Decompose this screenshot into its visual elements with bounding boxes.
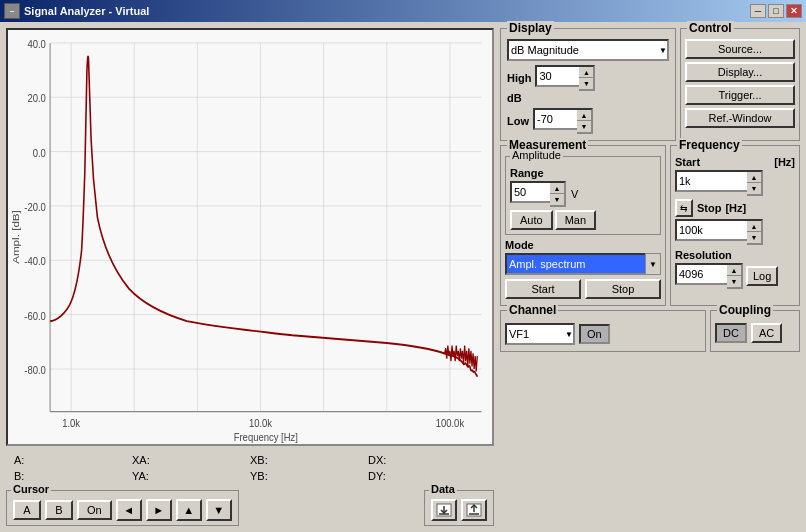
channel-on-button[interactable]: On — [579, 324, 610, 344]
resolution-row: ▲ ▼ Log — [675, 263, 795, 289]
start-spin-box: ▲ ▼ — [675, 170, 795, 196]
svg-text:0.0: 0.0 — [33, 146, 46, 159]
resolution-up-arrow[interactable]: ▲ — [727, 265, 741, 276]
start-up-arrow[interactable]: ▲ — [747, 172, 761, 183]
amplitude-unit: V — [571, 188, 578, 200]
range-label: Range — [510, 167, 656, 179]
cursor-up-button[interactable]: ▲ — [176, 499, 202, 521]
channel-row: VF1 VF2 VF3 ▼ On — [505, 323, 701, 345]
trigger-button[interactable]: Trigger... — [685, 85, 795, 105]
window-controls: ─ □ ✕ — [750, 4, 802, 18]
low-spin-group: Low ▲ ▼ — [507, 108, 669, 134]
man-button[interactable]: Man — [555, 210, 596, 230]
amplitude-up-arrow[interactable]: ▲ — [550, 183, 564, 194]
main-container: 40.0 20.0 0.0 -20.0 -40.0 -60.0 -80.0 1.… — [0, 22, 806, 532]
channel-select-wrapper: VF1 VF2 VF3 ▼ — [505, 323, 575, 345]
import-icon — [436, 503, 452, 517]
export-button[interactable] — [461, 499, 487, 521]
label-group-a: A: B: — [14, 452, 132, 484]
xb-label: XB: — [250, 452, 368, 468]
control-label: Control — [687, 21, 734, 35]
high-up-arrow[interactable]: ▲ — [579, 67, 593, 78]
hz-label: [Hz] — [774, 156, 795, 168]
data-frame: Data — [424, 490, 494, 526]
cursor-a-button[interactable]: A — [13, 500, 41, 520]
high-label: High — [507, 72, 531, 84]
start-freq-input[interactable] — [675, 170, 747, 192]
ref-window-button[interactable]: Ref.-Window — [685, 108, 795, 128]
start-down-arrow[interactable]: ▼ — [747, 183, 761, 194]
display-mode-wrapper: dB Magnitude Magnitude Phase ▼ — [507, 39, 669, 61]
freq-start-header: Start [Hz] — [675, 156, 795, 168]
low-down-arrow[interactable]: ▼ — [577, 121, 591, 132]
amplitude-input[interactable] — [510, 181, 550, 203]
stop-spin-arrows: ▲ ▼ — [747, 219, 763, 245]
low-input[interactable] — [533, 108, 577, 130]
control-section: Control Source... Display... Trigger... … — [680, 28, 800, 141]
log-button[interactable]: Log — [746, 266, 778, 286]
right-panel: Display dB Magnitude Magnitude Phase ▼ H… — [500, 28, 800, 526]
yb-label: YB: — [250, 468, 368, 484]
chart-area: 40.0 20.0 0.0 -20.0 -40.0 -60.0 -80.0 1.… — [6, 28, 494, 446]
resolution-spin-box: ▲ ▼ — [675, 263, 743, 289]
coupling-row: DC AC — [715, 323, 795, 343]
stop-up-arrow[interactable]: ▲ — [747, 221, 761, 232]
cursor-frame: Cursor A B On ◄ ► ▲ ▼ — [6, 490, 239, 526]
mode-select-wrapper: Ampl. spectrum Power spectrum FFT ▼ — [505, 253, 661, 275]
high-down-arrow[interactable]: ▼ — [579, 78, 593, 89]
cursor-down-button[interactable]: ▼ — [206, 499, 232, 521]
svg-text:10.0k: 10.0k — [249, 416, 273, 429]
stop-button[interactable]: Stop — [585, 279, 661, 299]
svg-text:-20.0: -20.0 — [24, 200, 46, 213]
minimize-button[interactable]: ─ — [750, 4, 766, 18]
range-row: ▲ ▼ V — [510, 181, 656, 207]
resolution-down-arrow[interactable]: ▼ — [727, 276, 741, 287]
resolution-input[interactable] — [675, 263, 727, 285]
mode-row: Ampl. spectrum Power spectrum FFT ▼ — [505, 253, 661, 275]
svg-text:-80.0: -80.0 — [24, 363, 46, 376]
dx-label: DX: — [368, 452, 486, 468]
channel-select[interactable]: VF1 VF2 VF3 — [505, 323, 575, 345]
cursor-b-button[interactable]: B — [45, 500, 73, 520]
amplitude-down-arrow[interactable]: ▼ — [550, 194, 564, 205]
dc-button[interactable]: DC — [715, 323, 747, 343]
stop-spin-box: ▲ ▼ — [675, 219, 795, 245]
start-label: Start — [675, 156, 700, 168]
display-section: Display dB Magnitude Magnitude Phase ▼ H… — [500, 28, 676, 141]
start-button[interactable]: Start — [505, 279, 581, 299]
ac-button[interactable]: AC — [751, 323, 782, 343]
mode-label: Mode — [505, 239, 661, 251]
resolution-label: Resolution — [675, 249, 795, 261]
svg-text:Frequency [Hz]: Frequency [Hz] — [234, 430, 298, 443]
cursor-right-button[interactable]: ► — [146, 499, 172, 521]
display-mode-select[interactable]: dB Magnitude Magnitude Phase — [507, 39, 669, 61]
stop-freq-input[interactable] — [675, 219, 747, 241]
low-up-arrow[interactable]: ▲ — [577, 110, 591, 121]
left-panel: 40.0 20.0 0.0 -20.0 -40.0 -60.0 -80.0 1.… — [6, 28, 494, 526]
low-spin-arrows: ▲ ▼ — [577, 108, 593, 134]
svg-rect-0 — [8, 30, 492, 444]
import-button[interactable] — [431, 499, 457, 521]
close-button[interactable]: ✕ — [786, 4, 802, 18]
high-input[interactable] — [535, 65, 579, 87]
low-label: Low — [507, 115, 529, 127]
source-button[interactable]: Source... — [685, 39, 795, 59]
maximize-button[interactable]: □ — [768, 4, 784, 18]
cursor-left-button[interactable]: ◄ — [116, 499, 142, 521]
stop-hz-label: [Hz] — [725, 202, 746, 214]
display-label: Display — [507, 21, 554, 35]
display-button[interactable]: Display... — [685, 62, 795, 82]
cursor-on-button[interactable]: On — [77, 500, 112, 520]
amplitude-label: Amplitude — [510, 149, 563, 161]
svg-text:-40.0: -40.0 — [24, 254, 46, 267]
high-spin-group: High ▲ ▼ — [507, 65, 669, 91]
top-right: Display dB Magnitude Magnitude Phase ▼ H… — [500, 28, 800, 141]
label-group-dx: DX: DY: — [368, 452, 486, 484]
mode-select[interactable]: Ampl. spectrum Power spectrum FFT — [505, 253, 661, 275]
amplitude-frame: Amplitude Range ▲ ▼ V Auto — [505, 156, 661, 235]
frequency-chart: 40.0 20.0 0.0 -20.0 -40.0 -60.0 -80.0 1.… — [8, 30, 492, 444]
stop-down-arrow[interactable]: ▼ — [747, 232, 761, 243]
swap-button[interactable]: ⇆ — [675, 199, 693, 217]
low-spin-box: ▲ ▼ — [533, 108, 593, 134]
auto-button[interactable]: Auto — [510, 210, 553, 230]
